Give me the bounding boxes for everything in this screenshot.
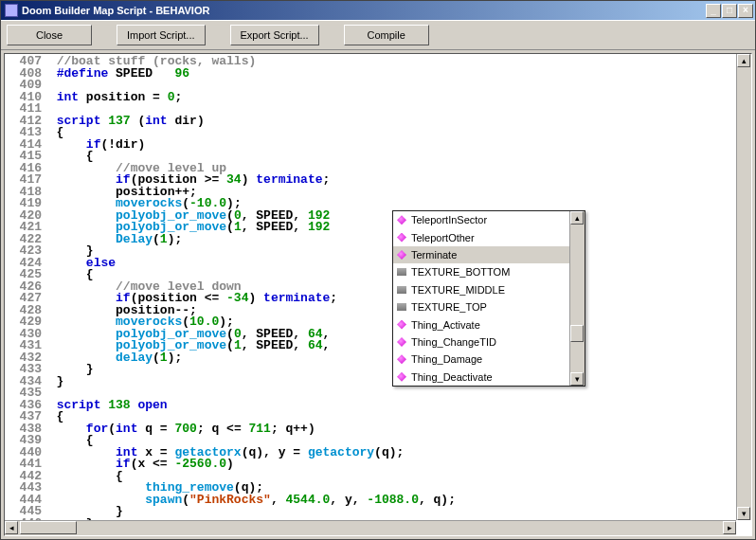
scroll-right-icon[interactable]: ▸ bbox=[723, 521, 736, 534]
autocomplete-label: Terminate bbox=[411, 249, 457, 261]
autocomplete-item[interactable]: Terminate bbox=[393, 246, 569, 263]
autocomplete-item[interactable]: TEXTURE_BOTTOM bbox=[393, 263, 569, 280]
autocomplete-label: Thing_Activate bbox=[411, 319, 480, 331]
toolbar: Close Import Script... Export Script... … bbox=[1, 20, 755, 50]
app-window: Doom Builder Map Script - BEHAVIOR _ □ ×… bbox=[0, 0, 756, 540]
autocomplete-label: TEXTURE_MIDDLE bbox=[411, 284, 505, 296]
autocomplete-label: Thing_Damage bbox=[411, 353, 482, 365]
autocomplete-item[interactable]: TEXTURE_TOP bbox=[393, 298, 569, 315]
autocomplete-item[interactable]: Thing_Damage bbox=[393, 351, 569, 368]
scrollbar-thumb[interactable] bbox=[20, 521, 77, 534]
autocomplete-item[interactable]: TeleportOther bbox=[393, 228, 569, 245]
autocomplete-item[interactable]: Thing_Activate bbox=[393, 315, 569, 333]
close-button[interactable]: Close bbox=[7, 25, 92, 45]
window-buttons: _ □ × bbox=[706, 4, 753, 18]
maximize-button[interactable]: □ bbox=[722, 4, 737, 18]
scroll-down-icon[interactable]: ▾ bbox=[737, 507, 750, 520]
autocomplete-item[interactable]: Thing_ChangeTID bbox=[393, 333, 569, 351]
autocomplete-item[interactable]: TeleportInSector bbox=[393, 211, 569, 228]
vertical-scrollbar[interactable]: ▴ ▾ bbox=[736, 54, 751, 520]
compile-button[interactable]: Compile bbox=[344, 25, 429, 45]
scroll-down-icon[interactable]: ▾ bbox=[570, 372, 584, 386]
scroll-up-icon[interactable]: ▴ bbox=[737, 54, 750, 67]
autocomplete-label: Thing_ChangeTID bbox=[411, 336, 496, 348]
code-editor[interactable]: 407 //boat stuff (rocks, walls) 408 #def… bbox=[5, 54, 736, 520]
function-icon bbox=[396, 249, 407, 261]
autocomplete-popup: TeleportInSectorTeleportOtherTerminateTE… bbox=[392, 210, 585, 387]
autocomplete-scrollbar[interactable]: ▴ ▾ bbox=[569, 211, 585, 386]
scroll-left-icon[interactable]: ◂ bbox=[5, 521, 18, 534]
function-icon bbox=[396, 232, 407, 243]
function-icon bbox=[396, 353, 407, 365]
import-script-button[interactable]: Import Script... bbox=[117, 25, 206, 45]
autocomplete-label: TeleportInSector bbox=[411, 214, 487, 225]
export-script-button[interactable]: Export Script... bbox=[230, 25, 319, 45]
autocomplete-item[interactable]: Thing_Deactivate bbox=[393, 369, 569, 386]
autocomplete-item[interactable]: TEXTURE_MIDDLE bbox=[393, 281, 569, 298]
autocomplete-list: TeleportInSectorTeleportOtherTerminateTE… bbox=[393, 211, 569, 386]
app-icon bbox=[5, 4, 18, 17]
code-text[interactable]: 407 //boat stuff (rocks, walls) 408 #def… bbox=[5, 54, 736, 520]
constant-icon bbox=[396, 284, 407, 296]
editor-container: 407 //boat stuff (rocks, walls) 408 #def… bbox=[4, 53, 752, 536]
constant-icon bbox=[396, 301, 407, 313]
constant-icon bbox=[396, 266, 407, 278]
scrollbar-thumb[interactable] bbox=[570, 325, 584, 342]
autocomplete-label: Thing_Deactivate bbox=[411, 371, 493, 383]
window-title: Doom Builder Map Script - BEHAVIOR bbox=[22, 5, 706, 16]
autocomplete-label: TeleportOther bbox=[411, 232, 475, 243]
function-icon bbox=[396, 214, 407, 225]
close-window-button[interactable]: × bbox=[738, 4, 753, 18]
function-icon bbox=[396, 319, 407, 331]
minimize-button[interactable]: _ bbox=[706, 4, 721, 18]
titlebar: Doom Builder Map Script - BEHAVIOR _ □ × bbox=[1, 1, 755, 20]
function-icon bbox=[396, 371, 407, 383]
horizontal-scrollbar[interactable]: ◂ ▸ bbox=[5, 520, 736, 535]
scroll-up-icon[interactable]: ▴ bbox=[570, 211, 584, 225]
function-icon bbox=[396, 336, 407, 348]
autocomplete-label: TEXTURE_BOTTOM bbox=[411, 266, 510, 278]
autocomplete-label: TEXTURE_TOP bbox=[411, 301, 487, 313]
